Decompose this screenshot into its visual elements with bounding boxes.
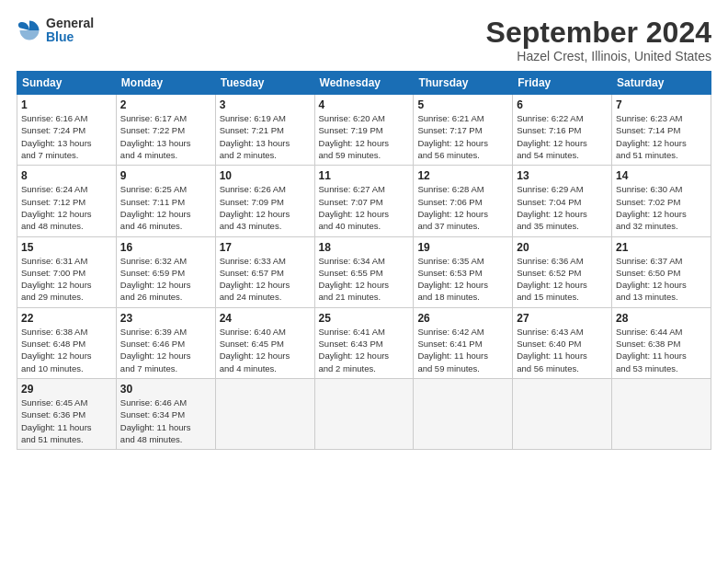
day-number: 23 — [120, 312, 211, 325]
day-cell-w4-d4: 25Sunrise: 6:41 AM Sunset: 6:43 PM Dayli… — [314, 307, 414, 378]
day-info: Sunrise: 6:17 AM Sunset: 7:22 PM Dayligh… — [120, 112, 211, 161]
day-number: 4 — [319, 98, 410, 111]
logo-icon — [17, 17, 42, 43]
day-number: 22 — [21, 312, 112, 325]
day-info: Sunrise: 6:35 AM Sunset: 6:53 PM Dayligh… — [417, 255, 508, 304]
day-cell-w4-d5: 26Sunrise: 6:42 AM Sunset: 6:41 PM Dayli… — [414, 307, 513, 378]
day-number: 27 — [517, 312, 608, 325]
day-cell-w4-d7: 28Sunrise: 6:44 AM Sunset: 6:38 PM Dayli… — [612, 307, 711, 378]
subtitle: Hazel Crest, Illinois, United States — [486, 49, 711, 63]
day-cell-w1-d5: 5Sunrise: 6:21 AM Sunset: 7:17 PM Daylig… — [414, 95, 513, 166]
day-info: Sunrise: 6:23 AM Sunset: 7:14 PM Dayligh… — [616, 112, 707, 161]
day-number: 6 — [517, 98, 608, 111]
day-cell-w1-d6: 6Sunrise: 6:22 AM Sunset: 7:16 PM Daylig… — [513, 95, 612, 166]
day-number: 15 — [21, 241, 112, 254]
day-cell-w2-d2: 9Sunrise: 6:25 AM Sunset: 7:11 PM Daylig… — [116, 166, 215, 236]
day-cell-w3-d6: 20Sunrise: 6:36 AM Sunset: 6:52 PM Dayli… — [513, 236, 612, 307]
day-info: Sunrise: 6:38 AM Sunset: 6:48 PM Dayligh… — [21, 326, 112, 374]
day-number: 12 — [417, 169, 508, 182]
day-number: 30 — [120, 383, 211, 396]
week-row-2: 8Sunrise: 6:24 AM Sunset: 7:12 PM Daylig… — [17, 166, 711, 236]
day-number: 25 — [319, 312, 410, 325]
day-cell-w5-d1: 29Sunrise: 6:45 AM Sunset: 6:36 PM Dayli… — [17, 378, 117, 449]
header: General Blue September 2024 Hazel Crest,… — [17, 17, 711, 63]
day-cell-w3-d1: 15Sunrise: 6:31 AM Sunset: 7:00 PM Dayli… — [17, 236, 117, 307]
day-cell-w3-d3: 17Sunrise: 6:33 AM Sunset: 6:57 PM Dayli… — [215, 236, 314, 307]
day-info: Sunrise: 6:29 AM Sunset: 7:04 PM Dayligh… — [517, 183, 608, 232]
main-title: September 2024 — [486, 17, 711, 49]
day-info: Sunrise: 6:31 AM Sunset: 7:00 PM Dayligh… — [21, 255, 112, 304]
header-sunday: Sunday — [17, 72, 117, 95]
calendar-table: Sunday Monday Tuesday Wednesday Thursday… — [17, 71, 711, 450]
day-number: 24 — [220, 312, 311, 325]
logo: General Blue — [17, 17, 94, 45]
day-cell-w5-d4 — [314, 378, 414, 449]
day-number: 26 — [417, 312, 508, 325]
day-cell-w4-d3: 24Sunrise: 6:40 AM Sunset: 6:45 PM Dayli… — [215, 307, 314, 378]
day-info: Sunrise: 6:45 AM Sunset: 6:36 PM Dayligh… — [21, 396, 112, 445]
day-info: Sunrise: 6:40 AM Sunset: 6:45 PM Dayligh… — [220, 326, 311, 374]
week-row-3: 15Sunrise: 6:31 AM Sunset: 7:00 PM Dayli… — [17, 236, 711, 307]
day-number: 28 — [616, 312, 707, 325]
day-cell-w5-d6 — [513, 378, 612, 449]
day-cell-w2-d1: 8Sunrise: 6:24 AM Sunset: 7:12 PM Daylig… — [17, 166, 117, 236]
day-info: Sunrise: 6:34 AM Sunset: 6:55 PM Dayligh… — [319, 255, 410, 304]
day-info: Sunrise: 6:42 AM Sunset: 6:41 PM Dayligh… — [417, 326, 508, 374]
day-info: Sunrise: 6:26 AM Sunset: 7:09 PM Dayligh… — [220, 183, 311, 232]
day-info: Sunrise: 6:41 AM Sunset: 6:43 PM Dayligh… — [319, 326, 410, 374]
logo-general-text: General — [46, 17, 94, 30]
day-number: 19 — [417, 241, 508, 254]
logo-text: General Blue — [46, 17, 94, 45]
day-cell-w5-d5 — [414, 378, 513, 449]
day-info: Sunrise: 6:43 AM Sunset: 6:40 PM Dayligh… — [517, 326, 608, 374]
day-number: 29 — [21, 383, 112, 396]
header-tuesday: Tuesday — [215, 72, 314, 95]
day-cell-w2-d4: 11Sunrise: 6:27 AM Sunset: 7:07 PM Dayli… — [314, 166, 414, 236]
day-number: 10 — [220, 169, 311, 182]
day-info: Sunrise: 6:32 AM Sunset: 6:59 PM Dayligh… — [120, 255, 211, 304]
header-friday: Friday — [513, 72, 612, 95]
day-cell-w1-d4: 4Sunrise: 6:20 AM Sunset: 7:19 PM Daylig… — [314, 95, 414, 166]
day-cell-w2-d5: 12Sunrise: 6:28 AM Sunset: 7:06 PM Dayli… — [414, 166, 513, 236]
day-cell-w3-d2: 16Sunrise: 6:32 AM Sunset: 6:59 PM Dayli… — [116, 236, 215, 307]
day-info: Sunrise: 6:36 AM Sunset: 6:52 PM Dayligh… — [517, 255, 608, 304]
day-cell-w3-d7: 21Sunrise: 6:37 AM Sunset: 6:50 PM Dayli… — [612, 236, 711, 307]
header-wednesday: Wednesday — [314, 72, 414, 95]
weekday-header-row: Sunday Monday Tuesday Wednesday Thursday… — [17, 72, 711, 95]
day-number: 17 — [220, 241, 311, 254]
day-info: Sunrise: 6:39 AM Sunset: 6:46 PM Dayligh… — [120, 326, 211, 374]
calendar-page: General Blue September 2024 Hazel Crest,… — [0, 0, 728, 563]
day-info: Sunrise: 6:20 AM Sunset: 7:19 PM Dayligh… — [319, 112, 410, 161]
day-cell-w3-d4: 18Sunrise: 6:34 AM Sunset: 6:55 PM Dayli… — [314, 236, 414, 307]
day-number: 3 — [220, 98, 311, 111]
day-info: Sunrise: 6:46 AM Sunset: 6:34 PM Dayligh… — [120, 396, 211, 445]
day-number: 8 — [21, 169, 112, 182]
week-row-5: 29Sunrise: 6:45 AM Sunset: 6:36 PM Dayli… — [17, 378, 711, 449]
day-cell-w5-d3 — [215, 378, 314, 449]
day-cell-w2-d6: 13Sunrise: 6:29 AM Sunset: 7:04 PM Dayli… — [513, 166, 612, 236]
day-number: 20 — [517, 241, 608, 254]
day-number: 7 — [616, 98, 707, 111]
day-cell-w1-d1: 1Sunrise: 6:16 AM Sunset: 7:24 PM Daylig… — [17, 95, 117, 166]
day-info: Sunrise: 6:22 AM Sunset: 7:16 PM Dayligh… — [517, 112, 608, 161]
day-cell-w5-d7 — [612, 378, 711, 449]
day-info: Sunrise: 6:30 AM Sunset: 7:02 PM Dayligh… — [616, 183, 707, 232]
day-number: 11 — [319, 169, 410, 182]
header-monday: Monday — [116, 72, 215, 95]
day-cell-w1-d3: 3Sunrise: 6:19 AM Sunset: 7:21 PM Daylig… — [215, 95, 314, 166]
day-number: 1 — [21, 98, 112, 111]
day-cell-w2-d7: 14Sunrise: 6:30 AM Sunset: 7:02 PM Dayli… — [612, 166, 711, 236]
day-cell-w4-d2: 23Sunrise: 6:39 AM Sunset: 6:46 PM Dayli… — [116, 307, 215, 378]
day-cell-w4-d1: 22Sunrise: 6:38 AM Sunset: 6:48 PM Dayli… — [17, 307, 117, 378]
day-info: Sunrise: 6:16 AM Sunset: 7:24 PM Dayligh… — [21, 112, 112, 161]
day-cell-w1-d7: 7Sunrise: 6:23 AM Sunset: 7:14 PM Daylig… — [612, 95, 711, 166]
week-row-1: 1Sunrise: 6:16 AM Sunset: 7:24 PM Daylig… — [17, 95, 711, 166]
day-cell-w2-d3: 10Sunrise: 6:26 AM Sunset: 7:09 PM Dayli… — [215, 166, 314, 236]
day-cell-w4-d6: 27Sunrise: 6:43 AM Sunset: 6:40 PM Dayli… — [513, 307, 612, 378]
day-info: Sunrise: 6:37 AM Sunset: 6:50 PM Dayligh… — [616, 255, 707, 304]
day-info: Sunrise: 6:44 AM Sunset: 6:38 PM Dayligh… — [616, 326, 707, 374]
day-info: Sunrise: 6:24 AM Sunset: 7:12 PM Dayligh… — [21, 183, 112, 232]
day-number: 9 — [120, 169, 211, 182]
header-saturday: Saturday — [612, 72, 711, 95]
day-number: 2 — [120, 98, 211, 111]
